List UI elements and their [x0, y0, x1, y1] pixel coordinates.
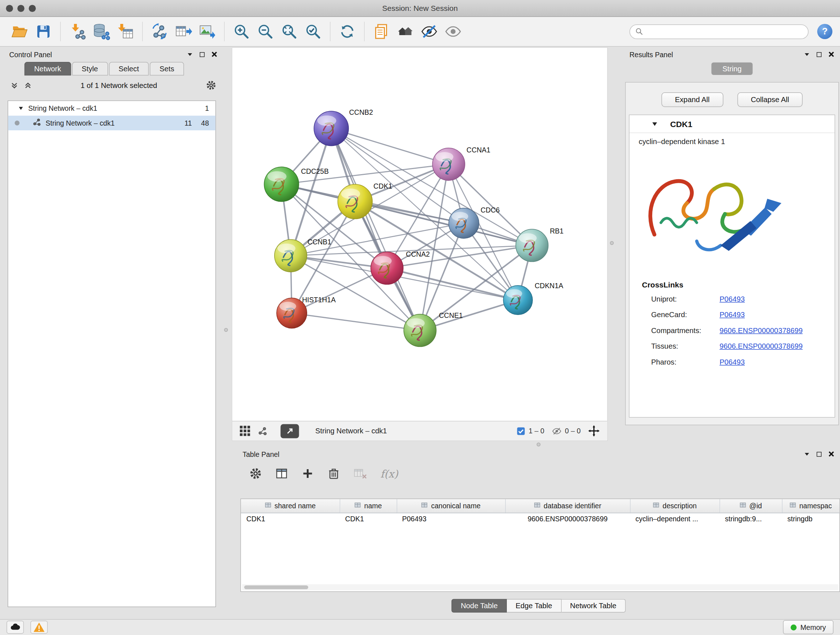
network-node-CCNA2[interactable] — [371, 252, 403, 285]
show-all-button[interactable] — [441, 19, 465, 43]
column-header-shared-name[interactable]: shared name — [241, 499, 340, 513]
open-session-button[interactable] — [8, 19, 32, 43]
panel-menu-icon[interactable] — [804, 51, 810, 57]
export-table-button[interactable] — [172, 19, 195, 43]
network-share-icon[interactable] — [258, 426, 268, 436]
collapse-caret-icon[interactable] — [651, 120, 658, 127]
window-zoom-button[interactable] — [29, 5, 36, 12]
table-cell[interactable]: CDK1 — [241, 513, 340, 525]
horizontal-scrollbar[interactable] — [242, 584, 838, 591]
search-input[interactable] — [647, 28, 803, 35]
window-close-button[interactable] — [6, 5, 13, 12]
network-row-selected[interactable]: String Network – cdk1 11 48 — [8, 116, 216, 131]
network-collection-row[interactable]: String Network – cdk1 1 — [8, 101, 216, 116]
search-box[interactable] — [630, 24, 808, 39]
crosslink-link[interactable]: P06493 — [720, 358, 745, 366]
column-header-namespac[interactable]: namespac — [782, 499, 840, 513]
protein-card-header[interactable]: CDK1 — [630, 115, 835, 133]
crosslink-link[interactable]: 9606.ENSP00000378699 — [720, 326, 803, 335]
table-cell[interactable]: P06493 — [397, 513, 505, 525]
save-session-button[interactable] — [32, 19, 55, 43]
table-cell[interactable]: 9606.ENSP00000378699 — [505, 513, 630, 525]
tab-style[interactable]: Style — [72, 62, 108, 76]
tab-string[interactable]: String — [712, 63, 752, 75]
crosslink-link[interactable]: 9606.ENSP00000378699 — [720, 342, 803, 350]
scrollbar-thumb[interactable] — [244, 585, 308, 589]
tab-network[interactable]: Network — [25, 62, 71, 76]
memory-button[interactable]: Memory — [783, 620, 834, 634]
table-cell[interactable]: stringdb — [782, 513, 840, 525]
checkbox-icon[interactable] — [516, 426, 525, 435]
table-row[interactable]: CDK1CDK1P064939606.ENSP00000378699cyclin… — [241, 513, 840, 525]
panel-menu-icon[interactable] — [187, 51, 193, 57]
zoom-selected-button[interactable] — [302, 19, 325, 43]
options-gear-icon[interactable] — [206, 80, 217, 91]
panel-close-icon[interactable] — [828, 51, 835, 57]
network-graph[interactable]: CCNB2CCNA1CDC25BCDK1CDC6RB1CCNB1CCNA2CDK… — [232, 48, 607, 421]
copy-button[interactable] — [370, 19, 393, 43]
left-splitter-handle[interactable] — [224, 328, 228, 332]
zoom-fit-button[interactable] — [278, 19, 302, 43]
tab-sets[interactable]: Sets — [150, 62, 184, 76]
column-header-canonical-name[interactable]: canonical name — [397, 499, 505, 513]
crosslink-link[interactable]: P06493 — [720, 295, 745, 303]
birdseye-grid-icon[interactable] — [240, 426, 250, 436]
pan-crosshair-icon[interactable] — [588, 425, 600, 437]
zoom-in-button[interactable] — [230, 19, 254, 43]
window-minimize-button[interactable] — [17, 5, 25, 12]
panel-float-icon[interactable] — [817, 451, 822, 456]
create-column-plus-icon[interactable] — [302, 467, 314, 480]
expand-all-button[interactable]: Expand All — [661, 92, 723, 107]
network-node-CDK1[interactable] — [338, 184, 373, 219]
import-network-from-file-button[interactable] — [66, 19, 90, 43]
right-splitter-handle[interactable] — [610, 241, 614, 245]
network-edge-CCNB2-CCNE1[interactable] — [332, 128, 420, 331]
column-header-name[interactable]: name — [340, 499, 397, 513]
column-header-@id[interactable]: @id — [720, 499, 782, 513]
panel-float-icon[interactable] — [817, 52, 822, 57]
expand-all-icon[interactable] — [11, 81, 19, 89]
help-button[interactable]: ? — [817, 24, 832, 39]
table-cell[interactable]: cyclin–dependent ... — [630, 513, 720, 525]
network-node-RB1[interactable] — [516, 229, 548, 262]
hide-selected-button[interactable] — [417, 19, 441, 43]
network-node-CDC25B[interactable] — [264, 167, 299, 202]
import-network-from-database-button[interactable] — [90, 19, 114, 43]
function-builder-icon[interactable]: f(x) — [381, 468, 398, 480]
new-network-button[interactable] — [148, 19, 172, 43]
navigate-network-button[interactable] — [281, 424, 299, 438]
tab-select[interactable]: Select — [109, 62, 149, 76]
table-cell[interactable]: stringdb:9... — [720, 513, 782, 525]
refresh-layout-button[interactable] — [335, 19, 359, 43]
panel-menu-icon[interactable] — [804, 451, 810, 457]
export-image-button[interactable] — [195, 19, 219, 43]
tab-node-table[interactable]: Node Table — [452, 599, 507, 613]
warnings-button[interactable] — [30, 621, 48, 634]
network-edge-HIST1H1A-CCNE1[interactable] — [292, 313, 420, 331]
home-button[interactable] — [393, 19, 417, 43]
import-table-from-file-button[interactable] — [114, 19, 137, 43]
collapse-all-button[interactable]: Collapse All — [737, 92, 803, 107]
network-canvas[interactable]: CCNB2CCNA1CDC25BCDK1CDC6RB1CCNB1CCNA2CDK… — [232, 48, 607, 421]
panel-close-icon[interactable] — [828, 451, 835, 457]
cloud-status-button[interactable] — [6, 621, 24, 634]
network-node-CCNA1[interactable] — [432, 148, 465, 181]
show-columns-icon[interactable] — [275, 467, 288, 480]
delete-column-trash-icon[interactable] — [327, 467, 340, 480]
network-node-CCNE1[interactable] — [404, 314, 436, 347]
table-settings-gear-icon[interactable] — [249, 467, 262, 480]
network-node-CDC6[interactable] — [448, 208, 479, 239]
panel-close-icon[interactable] — [211, 51, 218, 57]
network-edge-CCNB2-CCNA1[interactable] — [332, 128, 449, 165]
network-node-CCNB1[interactable] — [275, 239, 307, 272]
network-node-CDKN1A[interactable] — [503, 286, 532, 315]
collapse-all-icon[interactable] — [24, 81, 32, 89]
panel-float-icon[interactable] — [200, 52, 205, 57]
crosslink-link[interactable]: P06493 — [720, 310, 745, 319]
bottom-splitter-handle[interactable] — [537, 443, 541, 447]
tab-edge-table[interactable]: Edge Table — [507, 599, 561, 613]
zoom-out-button[interactable] — [254, 19, 278, 43]
column-header-description[interactable]: description — [630, 499, 720, 513]
column-header-database-identifier[interactable]: database identifier — [505, 499, 630, 513]
network-node-CCNB2[interactable] — [314, 111, 349, 146]
